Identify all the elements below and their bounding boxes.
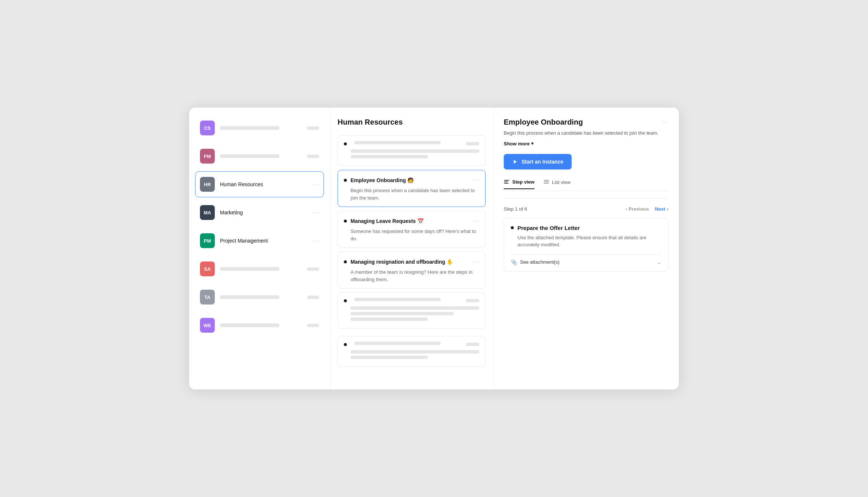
right-header: Employee Onboarding ··· bbox=[504, 118, 668, 126]
process-dot bbox=[344, 179, 347, 182]
sidebar-item-fm[interactable]: FM bbox=[195, 143, 324, 169]
sidebar-item-more[interactable]: ··· bbox=[312, 209, 319, 217]
sidebar-item-more[interactable] bbox=[307, 126, 319, 130]
attachment-left: 📎 See attachment(s) bbox=[511, 259, 559, 265]
divider bbox=[504, 198, 668, 199]
process-description: Begin this process when a candidate has … bbox=[344, 187, 479, 201]
process-more-options[interactable]: ··· bbox=[473, 176, 479, 184]
sidebar-item-more[interactable] bbox=[307, 324, 319, 327]
nav-buttons: ‹ Previous Next › bbox=[625, 206, 668, 212]
dot bbox=[344, 299, 347, 302]
sidebar-item-placeholder bbox=[220, 267, 279, 271]
chevron-down-icon: ⌄ bbox=[657, 259, 661, 265]
svg-rect-2 bbox=[504, 183, 509, 184]
avatar: SA bbox=[200, 261, 215, 276]
right-description: Begin this process when a candidate has … bbox=[504, 129, 668, 137]
avatar: PM bbox=[200, 233, 215, 248]
process-dot bbox=[344, 260, 347, 263]
sidebar-item-cs[interactable]: CS bbox=[195, 115, 324, 141]
process-title: Managing resignation and offboarding ✋ bbox=[351, 259, 470, 265]
placeholder-card-top bbox=[338, 135, 486, 166]
process-title: Employee Onboarding 🧑 bbox=[351, 177, 470, 183]
process-description: A member of the team is resigning? Here … bbox=[344, 269, 479, 283]
chevron-right-icon: › bbox=[667, 206, 668, 212]
step-description: Use the attached template. Please ensure… bbox=[511, 234, 661, 249]
dot bbox=[344, 142, 347, 145]
process-card-employee-onboarding[interactable]: Employee Onboarding 🧑 ··· Begin this pro… bbox=[338, 170, 486, 207]
show-more-button[interactable]: Show more ▾ bbox=[504, 141, 668, 147]
prev-button[interactable]: ‹ Previous bbox=[625, 206, 649, 212]
avatar: MA bbox=[200, 205, 215, 220]
sidebar-item-more[interactable] bbox=[307, 296, 319, 299]
sidebar-item-name: Project Management bbox=[220, 238, 309, 244]
play-icon bbox=[512, 158, 519, 165]
tab-step-view[interactable]: Step view bbox=[504, 178, 535, 189]
avatar: CS bbox=[200, 121, 215, 135]
middle-panel: Human Resources bbox=[330, 108, 493, 389]
process-card-resignation[interactable]: Managing resignation and offboarding ✋ ·… bbox=[338, 251, 486, 289]
tab-list-view[interactable]: List view bbox=[543, 179, 571, 189]
placeholder-card-bottom2 bbox=[338, 336, 486, 367]
sidebar-item-pm[interactable]: PMProject Management··· bbox=[195, 228, 324, 254]
svg-rect-5 bbox=[544, 183, 549, 184]
avatar: HR bbox=[200, 177, 215, 192]
sidebar-item-more[interactable]: ··· bbox=[312, 181, 319, 188]
attachment-label: See attachment(s) bbox=[520, 259, 559, 265]
placeholder-card-bottom1 bbox=[338, 292, 486, 329]
svg-rect-1 bbox=[504, 181, 508, 182]
next-button[interactable]: Next › bbox=[655, 206, 668, 212]
list-view-icon bbox=[543, 179, 549, 186]
attachment-row[interactable]: 📎 See attachment(s) ⌄ bbox=[511, 254, 661, 265]
start-instance-button[interactable]: Start an Instance bbox=[504, 154, 572, 169]
sidebar-item-ta[interactable]: TA bbox=[195, 284, 324, 310]
sidebar-item-placeholder bbox=[220, 154, 279, 158]
dot bbox=[344, 343, 347, 346]
step-card: Prepare the Offer Letter Use the attache… bbox=[504, 218, 668, 271]
sidebar: CSFMHRHuman Resources···MAMarketing···PM… bbox=[189, 108, 330, 389]
process-more-options[interactable]: ··· bbox=[473, 258, 479, 266]
step-nav: Step 1 of 6 ‹ Previous Next › bbox=[504, 206, 668, 212]
sidebar-item-more[interactable] bbox=[307, 155, 319, 158]
svg-rect-4 bbox=[544, 181, 549, 182]
step-indicator: Step 1 of 6 bbox=[504, 206, 527, 212]
sidebar-item-more[interactable]: ··· bbox=[312, 237, 319, 245]
sidebar-item-name: Human Resources bbox=[220, 181, 309, 187]
svg-rect-3 bbox=[544, 180, 549, 181]
process-title: Managing Leave Requests 📅 bbox=[351, 218, 470, 224]
sidebar-item-placeholder bbox=[220, 295, 279, 299]
sidebar-item-we[interactable]: WE bbox=[195, 312, 324, 338]
process-list: Employee Onboarding 🧑 ··· Begin this pro… bbox=[338, 135, 486, 367]
process-more-options[interactable]: ··· bbox=[473, 217, 479, 225]
sidebar-item-hr[interactable]: HRHuman Resources··· bbox=[195, 171, 324, 197]
avatar: WE bbox=[200, 318, 215, 333]
sidebar-item-ma[interactable]: MAMarketing··· bbox=[195, 200, 324, 226]
step-header: Prepare the Offer Letter bbox=[511, 225, 661, 231]
paperclip-icon: 📎 bbox=[511, 259, 517, 265]
avatar: FM bbox=[200, 149, 215, 164]
sidebar-item-placeholder bbox=[220, 126, 279, 130]
app-container: CSFMHRHuman Resources···MAMarketing···PM… bbox=[189, 108, 679, 389]
sidebar-item-more[interactable] bbox=[307, 267, 319, 271]
sidebar-item-placeholder bbox=[220, 323, 279, 327]
avatar: TA bbox=[200, 290, 215, 305]
process-description: Someone has requested for some days off?… bbox=[344, 228, 479, 242]
step-view-icon bbox=[504, 178, 510, 185]
sidebar-item-sa[interactable]: SA bbox=[195, 256, 324, 282]
chevron-left-icon: ‹ bbox=[625, 206, 627, 212]
step-title: Prepare the Offer Letter bbox=[517, 225, 580, 231]
view-tabs: Step view List view bbox=[504, 178, 668, 191]
svg-rect-0 bbox=[504, 180, 509, 181]
middle-panel-title: Human Resources bbox=[338, 118, 486, 126]
chevron-down-icon: ▾ bbox=[531, 141, 533, 146]
right-panel: Employee Onboarding ··· Begin this proce… bbox=[493, 108, 679, 389]
right-more-options[interactable]: ··· bbox=[662, 118, 668, 126]
process-dot bbox=[344, 220, 347, 223]
right-process-name: Employee Onboarding bbox=[504, 118, 583, 126]
process-card-leave[interactable]: Managing Leave Requests 📅 ··· Someone ha… bbox=[338, 211, 486, 248]
sidebar-item-name: Marketing bbox=[220, 210, 309, 215]
step-dot bbox=[511, 226, 514, 229]
